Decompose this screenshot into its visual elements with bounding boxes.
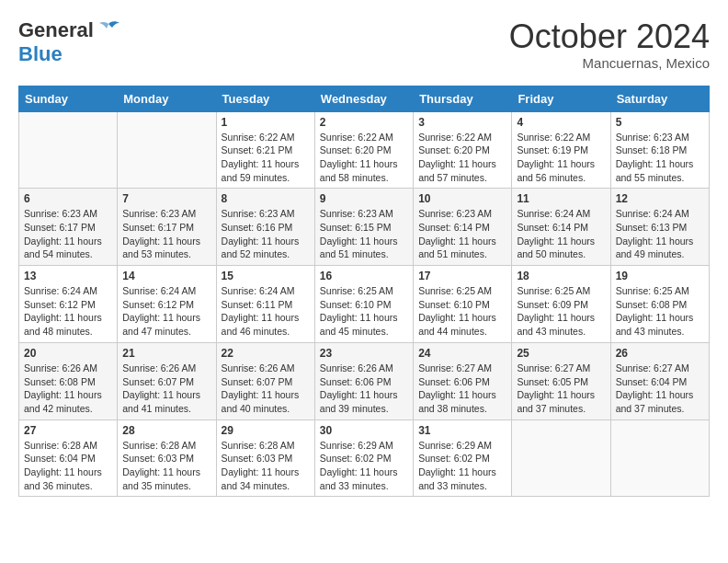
day-info: Sunrise: 6:23 AMSunset: 6:17 PMDaylight:…	[122, 207, 210, 261]
header-saturday: Saturday	[610, 86, 709, 111]
day-number: 17	[418, 270, 506, 282]
day-info: Sunrise: 6:23 AMSunset: 6:17 PMDaylight:…	[24, 207, 112, 261]
day-number: 22	[222, 347, 310, 360]
location: Mancuernas, Mexico	[509, 55, 710, 71]
day-number: 11	[517, 192, 605, 205]
calendar-day-cell: 8Sunrise: 6:23 AMSunset: 6:16 PMDaylight…	[216, 189, 314, 266]
day-info: Sunrise: 6:23 AMSunset: 6:16 PMDaylight:…	[222, 207, 310, 261]
calendar-day-cell: 22Sunrise: 6:26 AMSunset: 6:07 PMDayligh…	[216, 342, 314, 419]
calendar-day-cell: 30Sunrise: 6:29 AMSunset: 6:02 PMDayligh…	[314, 419, 413, 497]
day-number: 30	[320, 424, 408, 437]
day-number: 16	[320, 270, 408, 282]
day-info: Sunrise: 6:23 AMSunset: 6:15 PMDaylight:…	[320, 207, 408, 261]
header-monday: Monday	[118, 86, 216, 111]
day-info: Sunrise: 6:26 AMSunset: 6:06 PMDaylight:…	[320, 362, 408, 416]
calendar-week-row: 20Sunrise: 6:26 AMSunset: 6:08 PMDayligh…	[19, 342, 710, 419]
day-number: 25	[517, 347, 605, 360]
day-number: 6	[24, 192, 112, 205]
calendar-table: SundayMondayTuesdayWednesdayThursdayFrid…	[18, 86, 710, 498]
calendar-day-cell	[118, 111, 216, 189]
page-header: General Blue October 2024 Mancuernas, Me…	[18, 18, 710, 71]
calendar-header-row: SundayMondayTuesdayWednesdayThursdayFrid…	[19, 86, 710, 111]
calendar-day-cell	[610, 419, 709, 497]
day-number: 8	[222, 192, 310, 205]
day-info: Sunrise: 6:22 AMSunset: 6:20 PMDaylight:…	[320, 131, 408, 185]
day-info: Sunrise: 6:26 AMSunset: 6:07 PMDaylight:…	[222, 362, 310, 416]
logo: General Blue	[18, 18, 121, 66]
header-friday: Friday	[512, 86, 610, 111]
day-info: Sunrise: 6:23 AMSunset: 6:18 PMDaylight:…	[616, 131, 704, 185]
day-info: Sunrise: 6:24 AMSunset: 6:14 PMDaylight:…	[517, 207, 605, 261]
calendar-day-cell	[19, 111, 118, 189]
calendar-week-row: 27Sunrise: 6:28 AMSunset: 6:04 PMDayligh…	[19, 419, 710, 497]
calendar-day-cell: 14Sunrise: 6:24 AMSunset: 6:12 PMDayligh…	[118, 266, 216, 343]
calendar-day-cell: 28Sunrise: 6:28 AMSunset: 6:03 PMDayligh…	[118, 419, 216, 497]
day-info: Sunrise: 6:25 AMSunset: 6:08 PMDaylight:…	[616, 284, 704, 339]
day-info: Sunrise: 6:22 AMSunset: 6:20 PMDaylight:…	[418, 131, 506, 185]
calendar-day-cell: 19Sunrise: 6:25 AMSunset: 6:08 PMDayligh…	[610, 266, 709, 343]
day-number: 31	[418, 424, 506, 437]
calendar-day-cell: 3Sunrise: 6:22 AMSunset: 6:20 PMDaylight…	[414, 111, 512, 189]
calendar-day-cell	[512, 419, 610, 497]
day-info: Sunrise: 6:28 AMSunset: 6:03 PMDaylight:…	[222, 439, 310, 493]
day-number: 18	[517, 270, 605, 282]
day-info: Sunrise: 6:22 AMSunset: 6:19 PMDaylight:…	[517, 131, 605, 185]
day-info: Sunrise: 6:27 AMSunset: 6:04 PMDaylight:…	[616, 362, 704, 416]
day-number: 1	[222, 116, 310, 129]
day-info: Sunrise: 6:27 AMSunset: 6:05 PMDaylight:…	[517, 362, 605, 416]
calendar-day-cell: 1Sunrise: 6:22 AMSunset: 6:21 PMDaylight…	[216, 111, 314, 189]
header-wednesday: Wednesday	[314, 86, 413, 111]
day-number: 14	[122, 270, 210, 282]
calendar-week-row: 1Sunrise: 6:22 AMSunset: 6:21 PMDaylight…	[19, 111, 710, 189]
day-info: Sunrise: 6:22 AMSunset: 6:21 PMDaylight:…	[222, 131, 310, 185]
day-number: 4	[517, 116, 605, 129]
header-tuesday: Tuesday	[216, 86, 314, 111]
day-info: Sunrise: 6:26 AMSunset: 6:08 PMDaylight:…	[24, 362, 112, 416]
day-number: 15	[222, 270, 310, 282]
calendar-day-cell: 7Sunrise: 6:23 AMSunset: 6:17 PMDaylight…	[118, 189, 216, 266]
calendar-day-cell: 15Sunrise: 6:24 AMSunset: 6:11 PMDayligh…	[216, 266, 314, 343]
logo-bird-icon	[96, 20, 121, 40]
month-title: October 2024	[509, 18, 710, 55]
day-number: 13	[24, 270, 112, 282]
calendar-day-cell: 6Sunrise: 6:23 AMSunset: 6:17 PMDaylight…	[19, 189, 118, 266]
day-info: Sunrise: 6:25 AMSunset: 6:09 PMDaylight:…	[517, 284, 605, 339]
calendar-day-cell: 4Sunrise: 6:22 AMSunset: 6:19 PMDaylight…	[512, 111, 610, 189]
calendar-day-cell: 29Sunrise: 6:28 AMSunset: 6:03 PMDayligh…	[216, 419, 314, 497]
day-number: 20	[24, 347, 112, 360]
logo-general: General	[18, 18, 94, 42]
calendar-day-cell: 16Sunrise: 6:25 AMSunset: 6:10 PMDayligh…	[314, 266, 413, 343]
day-info: Sunrise: 6:28 AMSunset: 6:04 PMDaylight:…	[24, 439, 112, 493]
calendar-day-cell: 5Sunrise: 6:23 AMSunset: 6:18 PMDaylight…	[610, 111, 709, 189]
calendar-day-cell: 26Sunrise: 6:27 AMSunset: 6:04 PMDayligh…	[610, 342, 709, 419]
calendar-day-cell: 31Sunrise: 6:29 AMSunset: 6:02 PMDayligh…	[414, 419, 512, 497]
calendar-day-cell: 13Sunrise: 6:24 AMSunset: 6:12 PMDayligh…	[19, 266, 118, 343]
day-number: 29	[222, 424, 310, 437]
calendar-day-cell: 23Sunrise: 6:26 AMSunset: 6:06 PMDayligh…	[314, 342, 413, 419]
header-sunday: Sunday	[19, 86, 118, 111]
calendar-day-cell: 11Sunrise: 6:24 AMSunset: 6:14 PMDayligh…	[512, 189, 610, 266]
day-info: Sunrise: 6:29 AMSunset: 6:02 PMDaylight:…	[418, 439, 506, 493]
day-number: 2	[320, 116, 408, 129]
calendar-day-cell: 10Sunrise: 6:23 AMSunset: 6:14 PMDayligh…	[414, 189, 512, 266]
day-info: Sunrise: 6:29 AMSunset: 6:02 PMDaylight:…	[320, 439, 408, 493]
day-number: 5	[616, 116, 704, 129]
day-number: 27	[24, 424, 112, 437]
calendar-day-cell: 9Sunrise: 6:23 AMSunset: 6:15 PMDaylight…	[314, 189, 413, 266]
calendar-day-cell: 2Sunrise: 6:22 AMSunset: 6:20 PMDaylight…	[314, 111, 413, 189]
day-info: Sunrise: 6:24 AMSunset: 6:13 PMDaylight:…	[616, 207, 704, 261]
title-block: October 2024 Mancuernas, Mexico	[509, 18, 710, 71]
calendar-day-cell: 24Sunrise: 6:27 AMSunset: 6:06 PMDayligh…	[414, 342, 512, 419]
calendar-day-cell: 27Sunrise: 6:28 AMSunset: 6:04 PMDayligh…	[19, 419, 118, 497]
day-number: 26	[616, 347, 704, 360]
calendar-week-row: 13Sunrise: 6:24 AMSunset: 6:12 PMDayligh…	[19, 266, 710, 343]
calendar-day-cell: 25Sunrise: 6:27 AMSunset: 6:05 PMDayligh…	[512, 342, 610, 419]
day-number: 12	[616, 192, 704, 205]
day-number: 9	[320, 192, 408, 205]
calendar-day-cell: 18Sunrise: 6:25 AMSunset: 6:09 PMDayligh…	[512, 266, 610, 343]
day-number: 19	[616, 270, 704, 282]
logo-blue: Blue	[18, 42, 63, 65]
calendar-day-cell: 21Sunrise: 6:26 AMSunset: 6:07 PMDayligh…	[118, 342, 216, 419]
header-thursday: Thursday	[414, 86, 512, 111]
day-info: Sunrise: 6:24 AMSunset: 6:12 PMDaylight:…	[24, 284, 112, 339]
